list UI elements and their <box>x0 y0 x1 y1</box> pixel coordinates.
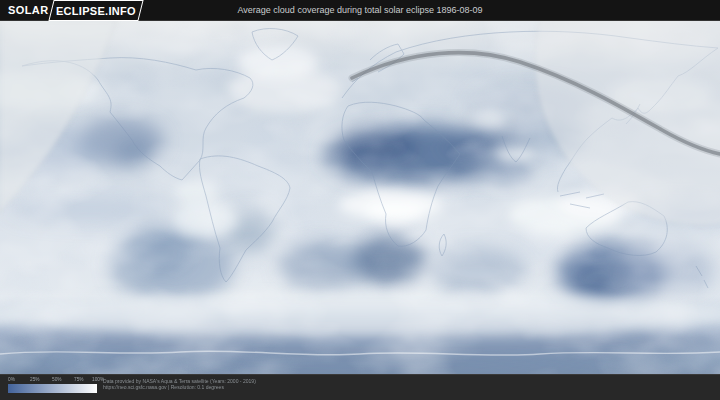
logo-box: ECLIPSE.INFO <box>48 0 143 21</box>
site-logo[interactable]: SOLAR ECLIPSE.INFO <box>8 0 141 21</box>
logo-text-solar: SOLAR <box>8 4 49 16</box>
top-bar: SOLAR ECLIPSE.INFO Average cloud coverag… <box>0 0 720 21</box>
tick-0: 0% <box>8 377 15 382</box>
tick-50: 50% <box>52 377 62 382</box>
cloud-map-image <box>0 20 720 374</box>
tick-75: 75% <box>74 377 84 382</box>
colorbar-tick-labels: 0% 25% 50% 75% 100% <box>8 377 104 383</box>
data-attribution: Data provided by NASA's Aqua & Terra sat… <box>103 379 256 391</box>
page-title: Average cloud coverage during total sola… <box>238 5 483 15</box>
page: SOLAR ECLIPSE.INFO Average cloud coverag… <box>0 0 720 400</box>
logo-text-eclipse-info: ECLIPSE.INFO <box>55 5 135 17</box>
attribution-line-2: https://neo.sci.gsfc.nasa.gov | Resoluti… <box>103 385 256 391</box>
tick-25: 25% <box>30 377 40 382</box>
cloud-coverage-colorbar <box>8 384 97 393</box>
world-cloud-map <box>0 20 720 374</box>
bottom-bar: 0% 25% 50% 75% 100% Data provided by NAS… <box>0 374 720 400</box>
